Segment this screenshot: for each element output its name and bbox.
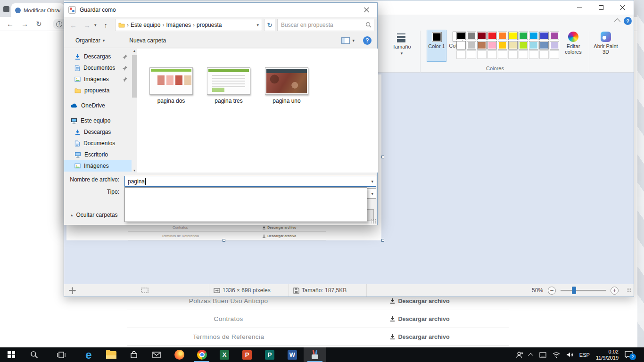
volume-icon[interactable] [566, 352, 573, 358]
palette-color-swatch[interactable] [498, 32, 507, 40]
filename-input[interactable]: pagina ▾ [124, 176, 376, 187]
palette-color-swatch[interactable] [508, 32, 518, 40]
sidebar-item-imagenes-2[interactable]: Imágenes [64, 160, 132, 172]
taskbar-clock[interactable]: 0:02 11/9/2019 [596, 349, 619, 361]
sidebar-item-descargas[interactable]: Descargas [64, 51, 132, 62]
up-icon[interactable]: ↑ [104, 21, 108, 29]
paint-taskbar-button[interactable] [304, 347, 326, 362]
sidebar-scrollbar[interactable]: ▴ ▾ [132, 49, 137, 173]
scroll-up-icon[interactable]: ▴ [133, 49, 135, 53]
store-button[interactable] [123, 347, 145, 362]
word-button[interactable]: W [281, 347, 304, 362]
action-center-button[interactable]: 2 [625, 351, 633, 358]
breadcrumb[interactable]: › Este equipo › Imágenes › propuesta ▾ [115, 19, 262, 31]
browser-refresh-icon[interactable]: ↻ [36, 20, 42, 28]
palette-color-swatch[interactable] [467, 32, 476, 40]
size-button[interactable]: Tamaño ▾ [390, 30, 413, 56]
views-button[interactable]: ▾ [341, 37, 355, 44]
forward-icon[interactable]: → [83, 21, 91, 29]
minimize-button[interactable] [569, 0, 590, 15]
organize-button[interactable]: Organizar ▾ [75, 37, 105, 44]
zoom-in-button[interactable]: + [611, 287, 619, 295]
edge-button[interactable]: e [77, 347, 100, 362]
palette-color-swatch[interactable] [529, 32, 538, 40]
hide-folders-button[interactable]: ▴ Ocultar carpetas [71, 212, 118, 218]
scrollbar-thumb[interactable] [132, 55, 137, 98]
palette-color-swatch[interactable] [550, 32, 559, 40]
breadcrumb-item[interactable]: propuesta [197, 22, 222, 28]
chrome-button[interactable] [190, 347, 213, 362]
palette-color-swatch[interactable] [456, 32, 466, 40]
page-info-icon[interactable]: i [56, 21, 62, 27]
palette-color-swatch[interactable] [487, 32, 497, 40]
palette-color-swatch[interactable] [477, 32, 487, 40]
palette-color-swatch[interactable] [539, 32, 549, 40]
sidebar-item-escritorio[interactable]: Escritorio [64, 149, 132, 160]
breadcrumb-item[interactable]: Este equipo [131, 22, 160, 28]
history-dropdown-icon[interactable]: ▾ [94, 23, 97, 27]
scroll-down-icon[interactable]: ▾ [133, 168, 135, 173]
browser-tab[interactable]: Modificar Obra/ [11, 3, 64, 17]
powerpoint-button[interactable]: P [236, 347, 258, 362]
file-item-pagina-dos[interactable]: pagina dos [143, 67, 199, 104]
color1-button[interactable]: Color 1 [427, 30, 446, 62]
zoom-slider-thumb[interactable] [572, 287, 576, 294]
sidebar-item-propuesta[interactable]: propuesta [64, 85, 132, 96]
sidebar-item-descargas-2[interactable]: Descargas [64, 126, 132, 138]
palette-color-swatch[interactable] [498, 41, 507, 49]
palette-color-swatch[interactable] [529, 41, 538, 49]
publisher-button[interactable]: P [258, 347, 281, 362]
collapse-ribbon-icon[interactable] [614, 18, 620, 25]
excel-button[interactable]: X [213, 347, 236, 362]
file-item-pagina-tres[interactable]: pagina tres [200, 67, 257, 104]
palette-color-swatch[interactable] [519, 41, 528, 49]
language-indicator[interactable]: ESP [579, 352, 590, 358]
firefox-button[interactable] [168, 347, 190, 362]
sidebar-item-documentos-2[interactable]: Documentos [64, 138, 132, 149]
palette-color-swatch[interactable] [477, 41, 487, 49]
browser-forward-icon[interactable]: → [21, 20, 28, 28]
mail-button[interactable] [145, 347, 168, 362]
breadcrumb-dropdown-icon[interactable]: ▾ [256, 23, 259, 27]
canvas-resize-handle-bottom[interactable] [223, 239, 225, 242]
search-input[interactable] [277, 19, 374, 31]
help-icon[interactable]: ? [363, 36, 372, 45]
palette-color-swatch[interactable] [467, 41, 476, 49]
sidebar-item-onedrive[interactable]: OneDrive [64, 100, 132, 111]
back-icon[interactable]: ← [70, 21, 77, 29]
palette-color-swatch[interactable] [519, 32, 528, 40]
palette-color-swatch[interactable] [539, 41, 549, 49]
open-paint3d-button[interactable]: Abrir Paint 3D [592, 30, 619, 55]
palette-color-swatch[interactable] [487, 41, 497, 49]
palette-color-swatch[interactable] [456, 41, 466, 49]
file-item-pagina-uno[interactable]: pagina uno [258, 67, 315, 104]
task-view-button[interactable] [50, 347, 73, 362]
sidebar-item-documentos[interactable]: Documentos [64, 62, 132, 74]
download-link[interactable]: Descargar archivo [330, 316, 509, 322]
edit-colors-button[interactable]: Editar colores [561, 30, 586, 55]
breadcrumb-item[interactable]: Imágenes [166, 22, 191, 28]
download-link[interactable]: Descargar archivo [330, 298, 509, 304]
maximize-button[interactable] [590, 0, 612, 15]
canvas-resize-handle-right[interactable] [381, 156, 384, 158]
people-icon[interactable] [516, 351, 523, 358]
sidebar-item-este-equipo[interactable]: Este equipo [64, 115, 132, 126]
hidden-icons-chevron[interactable] [528, 353, 533, 358]
file-explorer-button[interactable] [100, 347, 123, 362]
dialog-resize-grip[interactable] [372, 219, 376, 224]
wifi-icon[interactable] [553, 352, 560, 358]
new-folder-button[interactable]: Nueva carpeta [129, 37, 166, 44]
filename-dropdown-icon[interactable]: ▾ [371, 179, 373, 184]
sidebar-item-imagenes[interactable]: Imágenes [64, 74, 132, 85]
canvas-resize-handle-corner[interactable] [381, 239, 384, 242]
filename-autocomplete-panel[interactable] [124, 187, 367, 222]
palette-color-swatch[interactable] [508, 41, 518, 49]
keyboard-icon[interactable] [539, 352, 546, 358]
zoom-out-button[interactable]: – [548, 287, 556, 295]
refresh-button[interactable]: ↻ [264, 19, 275, 31]
close-button[interactable] [612, 0, 634, 15]
paint-help-icon[interactable]: ? [624, 17, 632, 25]
start-button[interactable] [0, 347, 23, 362]
filetype-dropdown-icon[interactable]: ▾ [371, 191, 373, 196]
window-resize-grip[interactable] [627, 288, 632, 293]
